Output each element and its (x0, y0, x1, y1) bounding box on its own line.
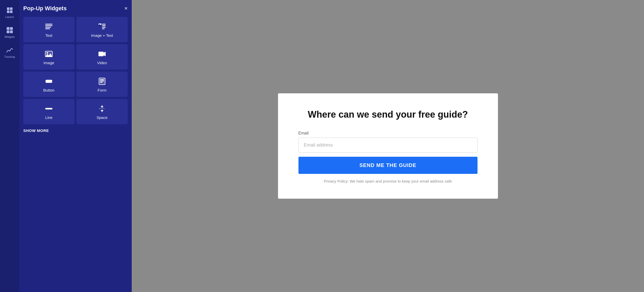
widget-item-video[interactable]: Video (76, 44, 128, 70)
sidebar-item-widgets-label: Widgets (5, 35, 15, 38)
svg-marker-30 (101, 106, 104, 107)
main-area: Where can we send your free guide? Email… (132, 0, 644, 292)
sidebar-item-tracking[interactable]: Tracking (0, 42, 19, 62)
image-text-icon (98, 23, 106, 31)
widget-item-button-label: Button (43, 88, 54, 92)
form-icon (98, 77, 106, 85)
close-panel-button[interactable]: × (124, 6, 128, 11)
svg-rect-3 (10, 10, 13, 13)
svg-rect-9 (45, 25, 52, 26)
svg-rect-8 (45, 24, 52, 25)
widget-item-form-label: Form (98, 88, 107, 92)
sidebar-item-tracking-label: Tracking (4, 55, 15, 58)
svg-point-19 (47, 52, 48, 54)
layout-icon (6, 7, 13, 14)
widget-item-space[interactable]: Space (76, 99, 128, 124)
widget-item-text[interactable]: Text (23, 17, 74, 42)
svg-rect-21 (98, 52, 104, 56)
svg-rect-16 (102, 27, 106, 28)
widget-item-space-label: Space (97, 115, 108, 120)
sidebar-item-layout-label: Layout (5, 15, 14, 18)
svg-marker-22 (104, 52, 106, 56)
svg-rect-23 (46, 80, 52, 83)
svg-rect-5 (10, 27, 13, 30)
svg-rect-27 (100, 82, 103, 83)
svg-rect-11 (45, 28, 50, 29)
svg-rect-0 (7, 7, 9, 10)
text-icon (45, 23, 53, 31)
widgets-icon (6, 27, 13, 34)
widget-item-button[interactable]: Button (23, 72, 74, 97)
show-more-button[interactable]: SHOW MORE (23, 128, 128, 133)
widget-item-image-text[interactable]: Image + Text (76, 17, 128, 42)
widget-grid: Text Image + Text Image (23, 17, 128, 124)
svg-rect-10 (45, 27, 51, 28)
space-icon (98, 105, 106, 113)
svg-rect-2 (7, 10, 9, 13)
svg-rect-14 (102, 24, 106, 25)
submit-button[interactable]: SEND ME THE GUIDE (298, 157, 478, 174)
svg-rect-26 (100, 81, 104, 81)
widget-item-form[interactable]: Form (76, 72, 128, 97)
svg-rect-7 (10, 30, 13, 33)
video-icon (98, 50, 106, 58)
widget-item-image-label: Image (43, 61, 54, 65)
widget-item-text-label: Text (45, 33, 52, 38)
widget-item-line[interactable]: Line (23, 99, 74, 124)
widget-item-image-text-label: Image + Text (91, 33, 113, 38)
email-input[interactable] (298, 138, 478, 153)
line-icon (45, 105, 53, 113)
widget-item-video-label: Video (97, 61, 107, 65)
sidebar-item-widgets[interactable]: Widgets (0, 23, 19, 42)
privacy-text: Privacy Policy: We hate spam and promise… (324, 179, 452, 183)
widget-item-line-label: Line (45, 115, 52, 120)
panel-header: Pop-Up Widgets × (23, 5, 128, 12)
svg-rect-28 (45, 108, 52, 109)
tracking-icon (6, 47, 13, 54)
widget-panel: Pop-Up Widgets × Text Image + Te (19, 0, 132, 292)
image-icon (45, 50, 53, 58)
svg-marker-32 (101, 110, 104, 112)
svg-rect-15 (102, 25, 106, 26)
svg-rect-6 (7, 30, 9, 33)
panel-title: Pop-Up Widgets (23, 5, 67, 12)
svg-rect-1 (10, 7, 13, 10)
icon-sidebar: Layout Widgets Tracking (0, 0, 19, 292)
sidebar-item-layout[interactable]: Layout (0, 3, 19, 23)
widget-item-image[interactable]: Image (23, 44, 74, 70)
popup-card: Where can we send your free guide? Email… (278, 93, 498, 199)
email-label: Email (298, 131, 478, 136)
button-icon (45, 77, 53, 85)
email-form-group: Email (298, 131, 478, 153)
svg-rect-25 (100, 79, 104, 80)
popup-heading: Where can we send your free guide? (308, 109, 468, 121)
svg-rect-4 (7, 27, 9, 30)
svg-rect-17 (102, 28, 105, 29)
